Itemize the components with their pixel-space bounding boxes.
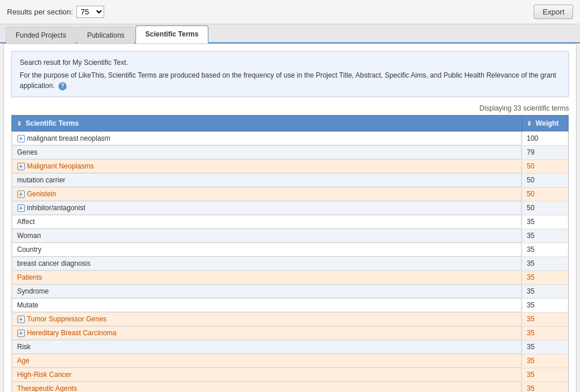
- plus-icon[interactable]: +: [17, 316, 25, 323]
- term-text: Country: [17, 246, 42, 254]
- displaying-count: Displaying 33 scientific terms: [11, 104, 569, 112]
- plus-icon[interactable]: +: [17, 190, 25, 198]
- table-row: Risk35: [12, 340, 568, 354]
- term-text: Affect: [17, 218, 35, 226]
- info-desc: For the purpose of LikeThis, Scientific …: [20, 70, 560, 91]
- weight-cell: 35: [522, 243, 568, 257]
- table-row: Woman35: [12, 229, 568, 243]
- weight-cell: 50: [522, 173, 568, 187]
- table-row: +inhibitor/antagonist50: [12, 201, 568, 215]
- plus-icon[interactable]: +: [17, 135, 25, 142]
- term-cell: Syndrome: [12, 284, 522, 298]
- term-text: Syndrome: [17, 287, 49, 295]
- weight-cell: 35: [522, 382, 568, 392]
- term-text: Risk: [17, 343, 31, 351]
- weight-cell: 35: [522, 354, 568, 368]
- table-row: High-Risk Cancer35: [12, 368, 568, 382]
- table-row: Country35: [12, 243, 568, 257]
- term-text: Tumor Suppressor Genes: [27, 315, 107, 323]
- help-icon[interactable]: ?: [58, 82, 67, 90]
- info-box: Search result for My Scientific Text. Fo…: [11, 51, 569, 97]
- table-row: +malignant breast neoplasm100: [12, 131, 568, 146]
- main-content: Search result for My Scientific Text. Fo…: [3, 43, 577, 392]
- table-row: Affect35: [12, 215, 568, 229]
- term-text: mutation carrier: [17, 176, 65, 184]
- weight-cell: 35: [522, 312, 568, 326]
- term-text: Woman: [17, 232, 41, 240]
- weight-cell: 35: [522, 270, 568, 284]
- term-cell: Affect: [12, 215, 522, 229]
- weight-cell: 35: [522, 368, 568, 382]
- table-row: +Malignant Neoplasms50: [12, 159, 568, 173]
- term-cell: Patients: [12, 270, 522, 284]
- weight-cell: 35: [522, 215, 568, 229]
- term-text: Therapeutic Agents: [17, 384, 77, 392]
- term-cell: breast cancer diagnosis: [12, 257, 522, 270]
- col-weight-label: Weight: [535, 119, 559, 127]
- weight-cell: 100: [522, 131, 568, 146]
- term-cell: +Hereditary Breast Carcinoma: [12, 326, 522, 340]
- plus-icon[interactable]: +: [17, 204, 25, 212]
- tab-publications[interactable]: Publications: [77, 27, 134, 43]
- scientific-terms-table: ⇕ Scientific Terms ⇕ Weight +malignant b…: [12, 115, 568, 392]
- sort-icon-terms: ⇕: [17, 120, 21, 127]
- term-cell: Woman: [12, 229, 522, 243]
- weight-cell: 35: [522, 257, 568, 270]
- info-title: Search result for My Scientific Text.: [20, 57, 560, 68]
- tabs-container: Funded ProjectsPublicationsScientific Te…: [0, 24, 580, 43]
- term-cell: Therapeutic Agents: [12, 382, 522, 392]
- table-row: Syndrome35: [12, 284, 568, 298]
- tab-funded-projects[interactable]: Funded Projects: [6, 27, 76, 43]
- top-bar: Results per section: 255075100 Export: [0, 0, 580, 24]
- weight-cell: 35: [522, 298, 568, 312]
- weight-cell: 79: [522, 145, 568, 159]
- term-text: Genistein: [27, 190, 57, 198]
- term-text: Mutate: [17, 301, 39, 309]
- table-row: Age35: [12, 354, 568, 368]
- term-text: Patients: [17, 273, 42, 281]
- table-row: breast cancer diagnosis35: [12, 257, 568, 270]
- tab-scientific-terms[interactable]: Scientific Terms: [135, 25, 208, 43]
- table-row: Genes79: [12, 145, 568, 159]
- sort-icon-weight: ⇕: [527, 120, 531, 127]
- term-cell: Risk: [12, 340, 522, 354]
- plus-icon[interactable]: +: [17, 329, 25, 337]
- term-text: Malignant Neoplasms: [27, 162, 94, 170]
- export-button[interactable]: Export: [534, 5, 573, 19]
- term-cell: Mutate: [12, 298, 522, 312]
- results-label: Results per section:: [7, 8, 73, 16]
- table-body: +malignant breast neoplasm100Genes79+Mal…: [12, 131, 568, 393]
- table-row: mutation carrier50: [12, 173, 568, 187]
- term-text: inhibitor/antagonist: [27, 204, 86, 212]
- weight-cell: 50: [522, 159, 568, 173]
- info-desc-text: For the purpose of LikeThis, Scientific …: [20, 71, 556, 90]
- term-cell: +inhibitor/antagonist: [12, 201, 522, 215]
- table-row: Therapeutic Agents35: [12, 382, 568, 392]
- weight-cell: 35: [522, 229, 568, 243]
- table-wrapper: ⇕ Scientific Terms ⇕ Weight +malignant b…: [11, 115, 569, 392]
- table-row: Mutate35: [12, 298, 568, 312]
- col-scientific-terms[interactable]: ⇕ Scientific Terms: [12, 116, 522, 131]
- col-weight[interactable]: ⇕ Weight: [522, 116, 568, 131]
- col-terms-label: Scientific Terms: [25, 119, 79, 127]
- results-select[interactable]: 255075100: [76, 6, 104, 18]
- term-cell: Age: [12, 354, 522, 368]
- table-row: +Genistein50: [12, 187, 568, 201]
- plus-icon[interactable]: +: [17, 163, 25, 170]
- table-row: Patients35: [12, 270, 568, 284]
- table-header: ⇕ Scientific Terms ⇕ Weight: [12, 116, 568, 131]
- weight-cell: 35: [522, 284, 568, 298]
- term-cell: High-Risk Cancer: [12, 368, 522, 382]
- term-text: Hereditary Breast Carcinoma: [27, 329, 117, 337]
- term-text: High-Risk Cancer: [17, 371, 72, 379]
- term-cell: +Malignant Neoplasms: [12, 159, 522, 173]
- term-text: breast cancer diagnosis: [17, 259, 91, 268]
- table-row: +Hereditary Breast Carcinoma35: [12, 326, 568, 340]
- term-text: malignant breast neoplasm: [27, 134, 111, 142]
- weight-cell: 35: [522, 340, 568, 354]
- term-cell: mutation carrier: [12, 173, 522, 187]
- weight-cell: 50: [522, 201, 568, 215]
- results-per-section: Results per section: 255075100: [7, 6, 104, 18]
- weight-cell: 50: [522, 187, 568, 201]
- weight-cell: 35: [522, 326, 568, 340]
